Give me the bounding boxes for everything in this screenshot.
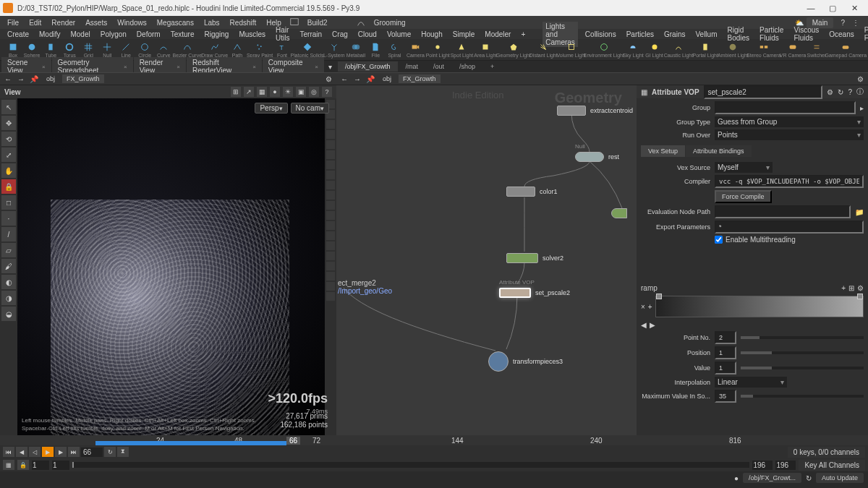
value-input[interactable] (715, 361, 736, 374)
tool-spotlight[interactable]: Spot Light (451, 41, 473, 59)
range-end-a[interactable] (752, 461, 773, 470)
shelf-hough[interactable]: Hough (418, 30, 445, 38)
value-slider[interactable] (741, 367, 864, 369)
cam-toggle[interactable]: No cam▾ (291, 103, 329, 114)
tool-geolight[interactable]: Geometry Light (498, 41, 529, 59)
close-icon[interactable]: × (42, 64, 46, 70)
tool-distantlight[interactable]: Distant Light (530, 41, 556, 59)
tool-spiral[interactable]: Spiral (386, 41, 403, 59)
close-button[interactable]: ✕ (843, 0, 865, 16)
menu-redshift[interactable]: Redshift (226, 17, 261, 28)
shelf-model[interactable]: Model (67, 30, 93, 38)
npin-icon[interactable]: 📌 (365, 74, 375, 84)
disp-opt-8[interactable] (326, 171, 335, 179)
node-color1[interactable]: color1 (506, 187, 558, 197)
prev-frame-button[interactable]: ◀ (16, 447, 27, 457)
shelf-oceans[interactable]: Oceans (826, 30, 856, 38)
multithread-checkbox[interactable]: Enable Multithreading (715, 236, 796, 244)
disp-opt-6[interactable] (326, 150, 335, 159)
range-end-b[interactable] (775, 461, 796, 470)
shelf-crag[interactable]: Crag (329, 30, 351, 38)
scale-tool[interactable]: ⤢ (1, 147, 16, 162)
disp-opt-13[interactable] (326, 221, 335, 230)
loop-button[interactable]: ↻ (104, 447, 116, 457)
pin-icon[interactable]: 📌 (29, 74, 39, 84)
extra-tool-1[interactable]: ◐ (1, 275, 16, 289)
shade-icon[interactable]: ● (270, 87, 280, 97)
npath-obj[interactable]: obj (378, 74, 396, 83)
shelf-terrain[interactable]: Terrain (297, 30, 326, 38)
evalpath-input[interactable] (715, 205, 851, 218)
tool-metaball[interactable]: Metaball (346, 41, 365, 59)
interp-select[interactable]: Linear▾ (715, 377, 787, 388)
tool-portallight[interactable]: Portal Light (693, 41, 717, 59)
path-opts-icon[interactable]: ⚙ (323, 74, 333, 84)
disp-opt-18[interactable] (326, 272, 335, 281)
ramp-widget[interactable] (655, 296, 864, 317)
menu-render[interactable]: Render (47, 17, 80, 28)
tool-font[interactable]: TFont (273, 41, 291, 59)
tool-vollight[interactable]: Volume Light (558, 41, 584, 59)
info-icon[interactable]: ⓘ (856, 87, 864, 97)
rotate-tool[interactable]: ⟲ (1, 132, 16, 146)
help-icon[interactable]: ? (836, 19, 849, 27)
menu-labs[interactable]: Labs (200, 17, 224, 28)
pose-tool[interactable]: ✋ (1, 163, 16, 178)
npath-fx[interactable]: FX_Growth (399, 74, 441, 83)
ntab-out[interactable]: /out (426, 61, 451, 72)
key-all-button[interactable]: Key All Channels (799, 460, 865, 471)
tool-spray[interactable]: Spray Paint (247, 41, 272, 59)
export-input[interactable] (715, 221, 864, 234)
timeline-ruler[interactable]: 24 48 66 72 144 240 816 (0, 435, 868, 445)
snap-icon[interactable]: ⊞ (231, 87, 241, 97)
viewport-3d[interactable]: ↖ ✥ ⟲ ⤢ ✋ 🔒 □ · / ▱ 🖌 ◐ ◑ ◒ Persp▾ (0, 98, 336, 435)
sel-prim-tool[interactable]: ▱ (1, 243, 16, 257)
node-merge-cut[interactable]: ect_merge2 /Import_geo/Geo (338, 279, 392, 295)
tool-gilight[interactable]: GI Light (645, 41, 664, 59)
node-set-pscale2[interactable]: set_pscale2Attribute VOP (499, 288, 570, 298)
vexsrc-select[interactable]: Myself▾ (715, 162, 773, 173)
handle-icon[interactable]: ↗ (244, 87, 254, 97)
pane-menu-icon[interactable]: ▾ (326, 63, 335, 71)
tool-null[interactable]: Null (98, 41, 116, 59)
shelf-grains[interactable]: Grains (661, 30, 688, 38)
shelf-rigging[interactable]: Rigging (201, 30, 231, 38)
range-start-b[interactable] (52, 461, 69, 470)
force-compile-button[interactable]: Force Compile (715, 190, 772, 203)
tool-stereocam[interactable]: Stereo Camera (749, 41, 779, 59)
status-path[interactable]: /obj/FX_Growt... (743, 473, 801, 483)
disp-opt-9[interactable] (326, 181, 335, 189)
shelf-volume[interactable]: Volume (384, 30, 414, 38)
disp-opt-17[interactable] (326, 262, 335, 270)
shelf-add-left[interactable]: + (518, 30, 528, 38)
tool-path[interactable]: Path (229, 41, 246, 59)
path-obj[interactable]: obj (42, 74, 59, 83)
disp-opt-14[interactable] (326, 231, 335, 240)
shelf-modify[interactable]: Modify (36, 30, 63, 38)
node-name-input[interactable] (704, 85, 823, 99)
disp-opt-19[interactable] (326, 282, 335, 291)
refresh-icon[interactable]: ↻ (806, 474, 812, 482)
tool-envlight[interactable]: Environment Light (586, 41, 621, 59)
disp-opt-5[interactable] (326, 140, 335, 149)
shelf-cloud[interactable]: Cloud (355, 30, 380, 38)
ramp-point-2[interactable] (857, 294, 863, 299)
tool-curve[interactable]: Curve (155, 41, 172, 59)
brush-tool[interactable]: 🖌 (1, 259, 16, 273)
nback-icon[interactable]: ← (339, 74, 349, 84)
network-canvas[interactable]: Geometry Indie Edition extractcentroid r… (336, 85, 637, 435)
shelf-particles[interactable]: Particles (624, 30, 657, 38)
menu-edit[interactable]: Edit (25, 17, 46, 28)
tab-attr-bindings[interactable]: Attribute Bindings (686, 145, 752, 157)
tool-circle[interactable]: Circle (136, 41, 153, 59)
pointno-slider[interactable] (741, 336, 864, 339)
tool-camera[interactable]: Camera (406, 41, 425, 59)
shelf-deform[interactable]: Deform (134, 30, 163, 38)
disp-opt-12[interactable] (326, 211, 335, 220)
auto-update-toggle[interactable]: Auto Update (816, 473, 864, 483)
disp-opt-3[interactable] (326, 120, 335, 129)
wire-icon[interactable]: ▦ (257, 87, 267, 97)
realtime-button[interactable]: ⧗ (117, 447, 129, 457)
tool-pointlight[interactable]: Point Light (426, 41, 449, 59)
path-fx[interactable]: FX_Growth (62, 74, 104, 83)
